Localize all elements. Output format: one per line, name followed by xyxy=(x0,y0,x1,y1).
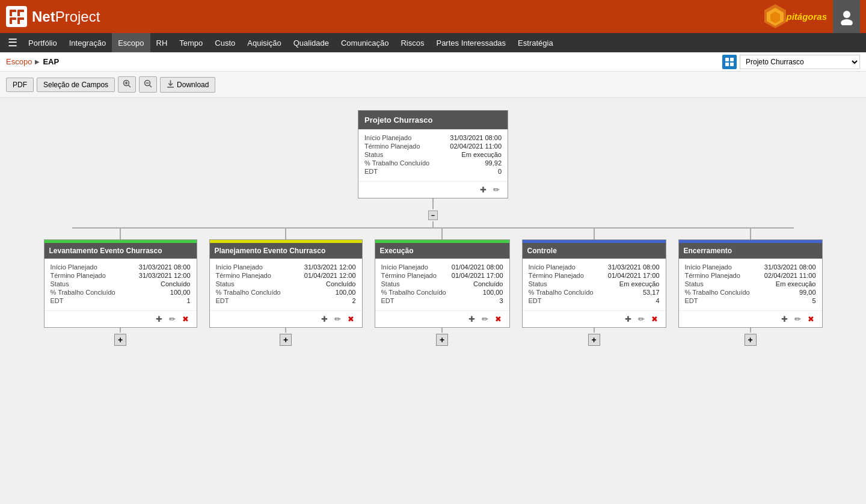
child-add-btn-0[interactable]: ✚ xyxy=(154,314,164,324)
child-delete-btn-1[interactable]: ✖ xyxy=(346,314,356,324)
zoom-in-icon xyxy=(123,79,131,90)
child-add-btn-4[interactable]: ✚ xyxy=(779,314,790,324)
download-button[interactable]: Download xyxy=(160,77,215,93)
child-header-2: Execução xyxy=(375,243,509,259)
svg-rect-15 xyxy=(725,63,729,66)
expand-btn-1[interactable]: + xyxy=(280,334,292,346)
child-delete-btn-0[interactable]: ✖ xyxy=(180,314,191,324)
child-title-0: Levantamento Evento Churrasco xyxy=(49,247,162,255)
nav-riscos[interactable]: Riscos xyxy=(395,33,430,52)
logo-icon xyxy=(6,6,27,27)
child-add-btn-3[interactable]: ✚ xyxy=(623,314,633,324)
child-body-3: Início Planejado31/03/2021 08:00 Término… xyxy=(523,259,666,310)
children-row: Levantamento Evento Churrasco Início Pla… xyxy=(44,229,823,347)
navbar: ☰ Portfólio Integração Escopo RH Tempo C… xyxy=(0,33,866,52)
toolbar: PDF Seleção de Campos Down xyxy=(0,72,866,98)
child-title-1: Planejamento Evento Churrasco xyxy=(215,247,326,255)
root-label-1: Término Planejado xyxy=(364,143,420,150)
child-card-1: Planejamento Evento Churrasco Início Pla… xyxy=(209,239,363,328)
svg-point-11 xyxy=(843,11,850,18)
root-value-0: 31/03/2021 08:00 xyxy=(450,134,502,141)
child-title-2: Execução xyxy=(380,247,414,255)
project-selector-icon[interactable] xyxy=(722,55,737,69)
child-edit-btn-0[interactable]: ✏ xyxy=(167,314,177,324)
svg-line-18 xyxy=(129,85,131,88)
child-title-3: Controle xyxy=(527,247,557,255)
child-col-3: Controle Início Planejado31/03/2021 08:0… xyxy=(522,229,666,347)
child-edit-btn-1[interactable]: ✏ xyxy=(333,314,343,324)
root-edit-btn[interactable]: ✏ xyxy=(491,185,502,195)
project-dropdown[interactable]: Projeto Churrasco xyxy=(740,55,860,69)
root-label-4: EDT xyxy=(364,168,378,175)
fields-button[interactable]: Seleção de Campos xyxy=(37,78,115,92)
root-card-actions: ✚ ✏ xyxy=(358,181,508,198)
child-card-2: Execução Início Planejado01/04/2021 08:0… xyxy=(375,239,510,328)
main-content: Projeto Churrasco Início Planejado 31/03… xyxy=(0,98,866,504)
child-add-btn-1[interactable]: ✚ xyxy=(319,314,330,324)
user-avatar[interactable] xyxy=(833,0,860,33)
root-value-4: 0 xyxy=(498,168,502,175)
child-body-0: Início Planejado31/03/2021 08:00 Término… xyxy=(45,259,197,310)
svg-rect-6 xyxy=(12,20,16,24)
child-actions-2: ✚ ✏ ✖ xyxy=(375,310,509,327)
child-add-btn-2[interactable]: ✚ xyxy=(467,314,477,324)
child-delete-btn-3[interactable]: ✖ xyxy=(650,314,660,324)
root-value-3: 99,92 xyxy=(485,159,502,167)
header: NetProject pitágoras xyxy=(0,0,866,33)
logo: NetProject xyxy=(6,6,100,27)
nav-portfolio[interactable]: Portfólio xyxy=(22,33,63,52)
child-delete-btn-2[interactable]: ✖ xyxy=(493,314,503,324)
zoom-in-button[interactable] xyxy=(118,76,136,93)
child-body-2: Início Planejado01/04/2021 08:00 Término… xyxy=(375,259,509,310)
root-add-btn[interactable]: ✚ xyxy=(478,185,488,195)
zoom-out-button[interactable] xyxy=(139,76,157,93)
logo-net: Net xyxy=(32,8,55,25)
svg-point-12 xyxy=(841,19,853,25)
child-edit-btn-3[interactable]: ✏ xyxy=(636,314,646,324)
hamburger-menu[interactable]: ☰ xyxy=(3,36,22,49)
child-col-2: Execução Início Planejado01/04/2021 08:0… xyxy=(375,229,510,347)
breadcrumb: Escopo ▶ EAP xyxy=(6,57,59,66)
download-icon xyxy=(167,80,174,90)
nav-rh[interactable]: RH xyxy=(150,33,174,52)
nav-aquisicao[interactable]: Aquisição xyxy=(241,33,287,52)
child-card-3: Controle Início Planejado31/03/2021 08:0… xyxy=(522,239,666,328)
nav-integracao[interactable]: Integração xyxy=(63,33,112,52)
child-header-1: Planejamento Evento Churrasco xyxy=(210,243,362,259)
breadcrumb-current: EAP xyxy=(43,57,59,66)
root-card-header: Projeto Churrasco xyxy=(358,111,508,129)
nav-custo[interactable]: Custo xyxy=(209,33,241,52)
child-edit-btn-4[interactable]: ✏ xyxy=(793,314,803,324)
child-actions-4: ✚ ✏ ✖ xyxy=(679,310,822,327)
expand-btn-0[interactable]: + xyxy=(114,334,126,346)
root-field-2: Status Em execução xyxy=(364,151,502,158)
expand-btn-2[interactable]: + xyxy=(436,334,448,346)
root-label-0: Início Planejado xyxy=(364,134,411,141)
pdf-button[interactable]: PDF xyxy=(6,78,34,92)
zoom-out-icon xyxy=(144,79,152,90)
root-field-4: EDT 0 xyxy=(364,168,502,175)
expand-btn-4[interactable]: + xyxy=(745,334,757,346)
root-field-1: Término Planejado 02/04/2021 11:00 xyxy=(364,143,502,150)
nav-escopo[interactable]: Escopo xyxy=(112,33,150,52)
child-body-4: Início Planejado31/03/2021 08:00 Término… xyxy=(679,259,822,310)
svg-rect-7 xyxy=(20,20,24,24)
collapse-button[interactable]: − xyxy=(428,211,438,220)
nav-estrategia[interactable]: Estratégia xyxy=(512,33,559,52)
root-field-3: % Trabalho Concluído 99,92 xyxy=(364,159,502,167)
nav-tempo[interactable]: Tempo xyxy=(173,33,209,52)
svg-rect-13 xyxy=(725,58,729,61)
nav-qualidade[interactable]: Qualidade xyxy=(287,33,335,52)
svg-rect-5 xyxy=(20,12,24,16)
breadcrumb-arrow: ▶ xyxy=(35,58,40,65)
child-card-4: Encerramento Início Planejado31/03/2021 … xyxy=(678,239,823,328)
expand-btn-3[interactable]: + xyxy=(588,334,600,346)
child-edit-btn-2[interactable]: ✏ xyxy=(480,314,490,324)
child-actions-1: ✚ ✏ ✖ xyxy=(210,310,362,327)
child-delete-btn-4[interactable]: ✖ xyxy=(806,314,816,324)
nav-partes[interactable]: Partes Interessadas xyxy=(430,33,512,52)
nav-comunicacao[interactable]: Comunicação xyxy=(335,33,395,52)
child-header-4: Encerramento xyxy=(679,243,822,259)
breadcrumb-escopo[interactable]: Escopo xyxy=(6,57,32,66)
child-title-4: Encerramento xyxy=(684,247,732,255)
